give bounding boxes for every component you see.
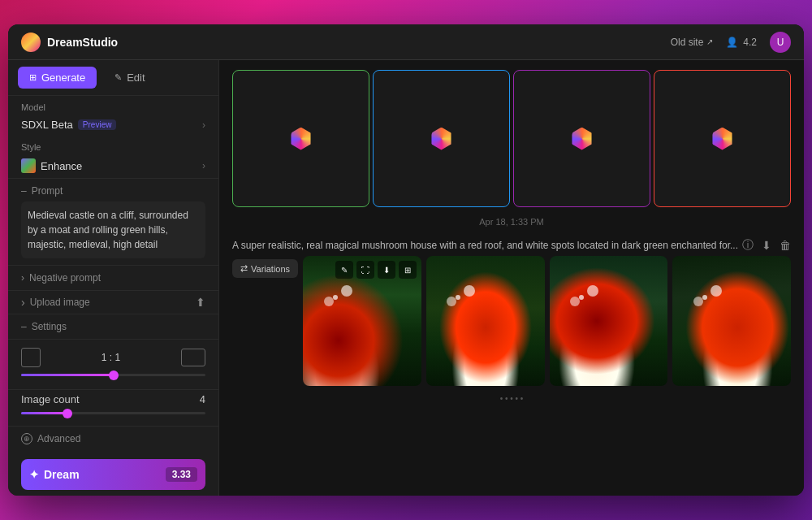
result-header: A super realistic, real magical mushroom… — [219, 233, 804, 256]
generate-tab[interactable]: ⊞ Generate — [18, 67, 97, 89]
count-slider-thumb[interactable] — [63, 409, 72, 418]
variations-button[interactable]: ⇄ Variations — [232, 259, 298, 278]
edit-tab[interactable]: ✎ Edit — [103, 67, 156, 89]
prompt-content: Medieval castle on a cliff, surrounded b… — [28, 210, 188, 250]
canvas-panel: Apr 18, 1:33 PM A super realistic, real … — [219, 60, 804, 496]
grid-icon: ⊞ — [29, 72, 37, 83]
dream-button-label: Dream — [44, 468, 80, 481]
advanced-row[interactable]: ⊕ Advanced — [8, 426, 218, 451]
prompt-header[interactable]: – Prompt — [21, 185, 205, 197]
main-content: ⊞ Generate ✎ Edit Model SDXL Beta Previe… — [8, 60, 804, 496]
variations-icon: ⇄ — [240, 263, 248, 274]
settings-row[interactable]: – Settings — [8, 314, 218, 339]
count-label: Image count — [21, 393, 80, 405]
dream-button[interactable]: ✦ Dream 3.33 — [21, 459, 205, 490]
ratio-row: 1 : 1 — [21, 348, 205, 367]
prompt-label: Prompt — [32, 185, 63, 197]
gen-card-4 — [654, 70, 791, 207]
credit-value: 4.2 — [743, 37, 757, 48]
gen-card-2 — [373, 70, 510, 207]
old-site-label: Old site — [671, 37, 704, 48]
edit-icon: ✎ — [114, 72, 122, 83]
result-image-1[interactable]: ✎ ⛶ ⬇ ⊞ — [303, 256, 421, 386]
result-images: ✎ ⛶ ⬇ ⊞ — [303, 256, 791, 386]
style-chevron-icon: › — [202, 160, 205, 171]
edit-tab-label: Edit — [127, 72, 145, 84]
ratio-section: 1 : 1 — [8, 339, 218, 389]
upload-file-icon: ⬆ — [196, 296, 205, 309]
header-right: Old site ↗ 👤 4.2 U — [671, 32, 791, 53]
style-value: Enhance — [41, 160, 82, 172]
dream-sparkle-icon: ✦ — [29, 468, 39, 481]
result-delete-icon[interactable]: 🗑 — [780, 239, 791, 252]
app-window: DreamStudio Old site ↗ 👤 4.2 U ⊞ Genera — [8, 24, 804, 496]
prompt-textarea[interactable]: Medieval castle on a cliff, surrounded b… — [21, 202, 205, 258]
img-edit-btn-1[interactable]: ✎ — [335, 261, 353, 279]
model-preview-badge: Preview — [78, 119, 117, 130]
prompt-section: – Prompt Medieval castle on a cliff, sur… — [8, 178, 218, 265]
negative-prompt-label: Negative prompt — [29, 272, 101, 284]
img-expand-btn-1[interactable]: ⛶ — [356, 261, 374, 279]
img-more-btn-1[interactable]: ⊞ — [399, 261, 417, 279]
avatar[interactable]: U — [770, 32, 791, 53]
result-download-icon[interactable]: ⬇ — [762, 239, 771, 252]
result-image-3[interactable] — [550, 256, 668, 386]
ratio-slider-fill — [21, 374, 114, 376]
negative-prompt-row[interactable]: › Negative prompt — [8, 265, 218, 290]
result-prompt-text: A super realistic, real magical mushroom… — [232, 240, 742, 251]
date-separator: Apr 18, 1:33 PM — [219, 214, 804, 233]
app-logo — [21, 32, 41, 52]
style-selector[interactable]: Enhance › — [8, 155, 218, 178]
sidebar: ⊞ Generate ✎ Edit Model SDXL Beta Previe… — [8, 60, 219, 496]
upload-image-label: Upload image — [30, 297, 90, 308]
generation-row — [219, 60, 804, 214]
count-slider[interactable] — [21, 412, 205, 414]
loading-icon-3 — [571, 128, 594, 150]
variations-label: Variations — [251, 264, 290, 274]
model-section-label: Model — [8, 96, 218, 115]
header-left: DreamStudio — [21, 32, 118, 52]
image-count-section: Image count 4 — [8, 389, 218, 426]
count-slider-fill — [21, 412, 67, 414]
count-row: Image count 4 — [21, 393, 205, 405]
model-value: SDXL Beta — [21, 119, 73, 131]
negative-prompt-expand-icon: › — [21, 272, 24, 284]
credit-badge: 👤 4.2 — [726, 37, 757, 48]
scroll-hint: • • • • • — [219, 391, 804, 406]
advanced-icon: ⊕ — [21, 433, 32, 444]
header: DreamStudio Old site ↗ 👤 4.2 U — [8, 24, 804, 60]
img-download-btn-1[interactable]: ⬇ — [378, 261, 395, 279]
settings-label: Settings — [32, 321, 67, 332]
count-value: 4 — [200, 393, 205, 405]
result-images-bar: ⇄ Variations ✎ ⛶ ⬇ ⊞ — [219, 256, 804, 391]
ratio-box-2 — [181, 349, 205, 366]
tab-row: ⊞ Generate ✎ Edit — [8, 60, 218, 96]
ratio-box — [21, 348, 41, 367]
ratio-slider-thumb[interactable] — [109, 370, 119, 380]
advanced-label: Advanced — [37, 433, 80, 444]
result-info-icon[interactable]: ⓘ — [742, 238, 754, 253]
model-selector[interactable]: SDXL Beta Preview › — [8, 115, 218, 136]
result-image-4[interactable] — [672, 256, 791, 386]
upload-icon: › — [21, 296, 25, 309]
gen-card-3 — [513, 70, 650, 207]
old-site-link[interactable]: Old site ↗ — [671, 37, 714, 48]
gen-card-1 — [232, 70, 369, 207]
generate-tab-label: Generate — [41, 72, 85, 84]
ratio-slider[interactable] — [21, 374, 205, 376]
external-link-icon: ↗ — [706, 37, 713, 46]
style-icon — [21, 158, 36, 173]
credit-icon: 👤 — [726, 37, 738, 48]
loading-icon-1 — [290, 128, 313, 150]
loading-icon-4 — [711, 128, 734, 150]
upload-image-row[interactable]: › Upload image ⬆ — [8, 290, 218, 314]
prompt-collapse-icon: – — [21, 185, 27, 197]
app-title: DreamStudio — [47, 36, 118, 49]
result-image-2[interactable] — [426, 256, 545, 386]
model-chevron-icon: › — [202, 119, 205, 131]
dream-cost: 3.33 — [166, 467, 197, 482]
loading-icon-2 — [430, 128, 453, 150]
result-actions: ⓘ ⬇ 🗑 — [742, 238, 791, 253]
style-section-label: Style — [8, 136, 218, 155]
dream-button-row: ✦ Dream 3.33 — [8, 451, 218, 496]
